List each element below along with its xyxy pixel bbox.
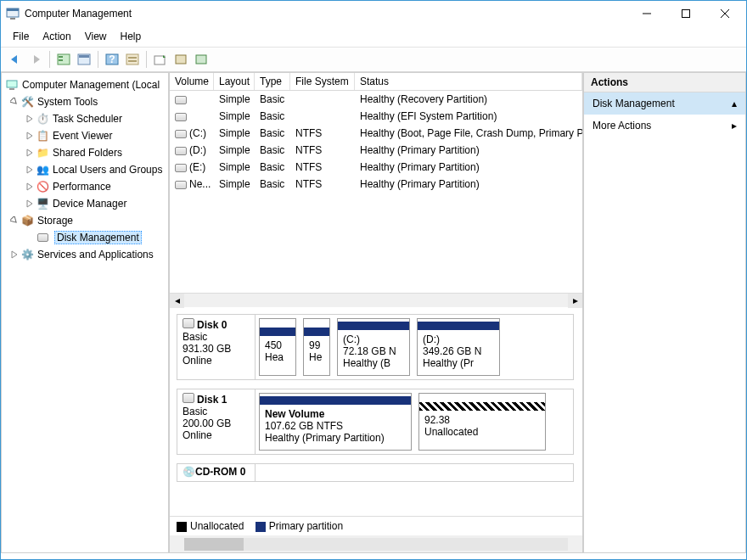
toolbar-icon-3[interactable]	[192, 50, 211, 69]
disk-header[interactable]: Disk 1 Basic 200.00 GB Online	[177, 389, 256, 454]
collapse-icon[interactable]	[24, 147, 36, 159]
volume-row[interactable]: Ne... SimpleBasic NTFSHealthy (Primary P…	[170, 176, 582, 193]
col-volume[interactable]: Volume	[170, 73, 214, 90]
disk-header[interactable]: Disk 0 Basic 931.30 GB Online	[177, 315, 256, 379]
tools-icon: 🛠️	[20, 95, 34, 109]
tree-item-icon: 📁	[36, 146, 49, 160]
close-button[interactable]	[705, 1, 744, 26]
disk-header[interactable]: 💿CD-ROM 0	[177, 464, 256, 481]
properties-button[interactable]	[75, 50, 93, 69]
tree-item[interactable]: 📁Shared Folders	[2, 144, 168, 161]
collapse-icon[interactable]	[24, 164, 36, 176]
menu-action[interactable]: Action	[37, 29, 76, 44]
svg-rect-1	[7, 8, 19, 11]
tree-systools[interactable]: 🛠️System Tools	[2, 93, 168, 110]
svg-rect-18	[176, 55, 186, 64]
main-area: Computer Management (Local 🛠️System Tool…	[1, 72, 746, 553]
svg-rect-2	[10, 18, 15, 20]
scroll-left-icon[interactable]: ◂	[170, 294, 184, 308]
partition[interactable]: 99He	[303, 318, 330, 376]
maximize-button[interactable]	[666, 1, 705, 26]
drive-icon	[183, 318, 194, 328]
svg-rect-14	[126, 54, 138, 64]
partition[interactable]: (D:) 349.26 GB NHealthy (Pr	[417, 318, 500, 376]
partition-cap	[338, 322, 409, 330]
cdrom-icon: 💿	[183, 466, 195, 478]
drive-icon	[175, 147, 187, 155]
svg-rect-16	[128, 60, 137, 62]
tree-root[interactable]: Computer Management (Local	[2, 76, 168, 93]
collapse-icon[interactable]	[24, 113, 36, 125]
disk-row: Disk 1 Basic 200.00 GB Online New Volume…	[177, 389, 574, 455]
volume-row[interactable]: (C:) SimpleBasic NTFSHealthy (Boot, Page…	[170, 125, 582, 142]
partition[interactable]: 450Hea	[259, 318, 296, 376]
tree-item-icon: 🖥️	[36, 197, 49, 210]
menu-help[interactable]: Help	[115, 29, 147, 44]
volume-row[interactable]: (D:) SimpleBasic NTFSHealthy (Primary Pa…	[170, 142, 582, 159]
chevron-right-icon: ▸	[732, 120, 737, 132]
actions-more[interactable]: More Actions ▸	[584, 115, 745, 137]
expand-icon[interactable]	[8, 96, 20, 108]
hscrollbar[interactable]: ◂ ▸	[170, 293, 582, 307]
collapse-icon[interactable]	[24, 181, 36, 193]
collapse-icon[interactable]	[24, 198, 36, 210]
partition[interactable]: (C:) 72.18 GB NHealthy (B	[337, 318, 410, 376]
svg-rect-15	[128, 57, 137, 59]
back-button[interactable]	[6, 50, 25, 69]
menu-view[interactable]: View	[80, 29, 112, 44]
partition[interactable]: 92.38Unallocated	[418, 393, 546, 451]
svg-rect-8	[59, 56, 63, 58]
expand-icon[interactable]	[8, 215, 20, 227]
col-layout[interactable]: Layout	[214, 73, 255, 90]
forward-button[interactable]	[26, 50, 45, 69]
partition-cap	[418, 322, 499, 330]
show-hide-tree-button[interactable]	[54, 50, 73, 69]
svg-rect-4	[682, 10, 690, 18]
tree-diskmgmt[interactable]: Disk Management	[2, 229, 168, 246]
tree-item-icon: 👥	[36, 163, 49, 176]
svg-rect-11	[79, 55, 89, 58]
app-icon	[6, 7, 20, 20]
tree-item[interactable]: 🚫Performance	[2, 178, 168, 195]
minimize-button[interactable]	[627, 1, 666, 26]
tree-item-icon: 📋	[36, 129, 49, 143]
actions-header: Actions	[584, 73, 745, 92]
volume-row[interactable]: (E:) SimpleBasic NTFSHealthy (Primary Pa…	[170, 159, 582, 176]
help-button[interactable]: ?	[103, 50, 121, 69]
toolbar-icon[interactable]	[123, 50, 142, 69]
disk-row: Disk 0 Basic 931.30 GB Online 450Hea 99H…	[177, 314, 574, 380]
services-icon: ⚙️	[20, 248, 34, 261]
actions-title[interactable]: Disk Management ▴	[584, 92, 745, 115]
col-type[interactable]: Type	[255, 73, 290, 90]
tree-item[interactable]: 📋Event Viewer	[2, 127, 168, 144]
svg-rect-19	[196, 55, 206, 64]
tree-services[interactable]: ⚙️Services and Applications	[2, 246, 168, 263]
partition-cap	[304, 328, 329, 336]
tree-item-icon: 🚫	[36, 180, 49, 193]
col-fs[interactable]: File System	[290, 73, 355, 90]
collapse-icon[interactable]	[24, 130, 36, 142]
toolbar-icon-2[interactable]	[171, 50, 190, 69]
drive-icon	[175, 130, 187, 138]
disk-icon	[37, 231, 51, 244]
volume-row[interactable]: SimpleBasic Healthy (EFI System Partitio…	[170, 108, 582, 125]
svg-rect-9	[59, 59, 63, 61]
tree-item[interactable]: 🖥️Device Manager	[2, 195, 168, 212]
tree-storage[interactable]: 📦Storage	[2, 212, 168, 229]
collapse-icon[interactable]	[8, 249, 20, 260]
tree-item[interactable]: 👥Local Users and Groups	[2, 161, 168, 178]
tree-pane: Computer Management (Local 🛠️System Tool…	[1, 72, 169, 553]
partition[interactable]: New Volume 107.62 GB NTFSHealthy (Primar…	[259, 393, 412, 451]
storage-icon: 📦	[20, 214, 34, 227]
volume-row[interactable]: SimpleBasic Healthy (Recovery Partition)	[170, 91, 582, 108]
computer-icon	[5, 78, 19, 92]
drive-icon	[175, 181, 187, 189]
scroll-right-icon[interactable]: ▸	[568, 294, 582, 308]
partition-cap	[260, 328, 295, 336]
bottom-scrollbar[interactable]	[170, 535, 582, 552]
menu-file[interactable]: File	[8, 29, 34, 44]
tree-item[interactable]: ⏱️Task Scheduler	[2, 110, 168, 127]
menu-bar: File Action View Help	[1, 26, 746, 48]
col-status[interactable]: Status	[355, 73, 582, 90]
refresh-button[interactable]	[151, 50, 170, 69]
